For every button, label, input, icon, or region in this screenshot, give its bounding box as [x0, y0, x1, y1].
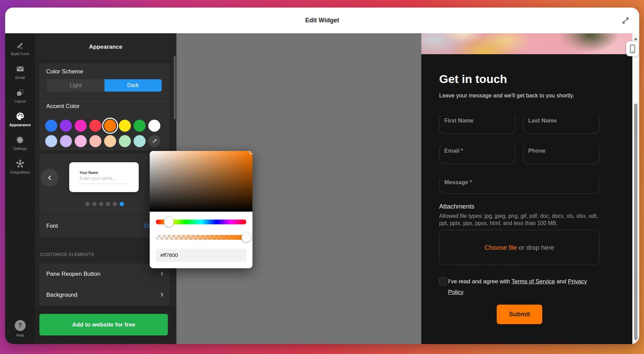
envelope-icon: [16, 64, 25, 73]
sidebar-item-label: Build Form: [11, 52, 29, 56]
file-dropzone[interactable]: Choose file or drop here: [439, 230, 599, 265]
customize-elements-section: Pane Reopen Button › Background ›: [39, 263, 170, 305]
panel-footer: Add to website for free: [35, 305, 176, 344]
field-label: Email *: [444, 148, 463, 154]
field-label: First Name: [444, 117, 473, 124]
chevron-right-icon: ›: [160, 294, 163, 296]
last-name-field[interactable]: Last Name: [523, 114, 599, 134]
background-row[interactable]: Background ›: [39, 284, 170, 305]
add-to-website-button[interactable]: Add to website for free: [39, 314, 168, 335]
sidebar-item-label: Integrations: [10, 170, 30, 174]
terms-of-service-link[interactable]: Terms of Service: [511, 278, 555, 285]
panel-title: Appearance: [35, 44, 176, 50]
hex-color-input[interactable]: [156, 249, 246, 262]
sidebar-item-label: Settings: [13, 146, 27, 151]
help-label: Help: [16, 333, 24, 337]
email-field[interactable]: Email *: [439, 144, 516, 164]
consent-checkbox[interactable]: [439, 278, 447, 285]
swatch-light-purple[interactable]: [60, 135, 72, 147]
sidebar-item-settings[interactable]: Settings: [5, 131, 35, 155]
swatch-red[interactable]: [89, 120, 101, 132]
header-flower-image: [421, 33, 632, 54]
swatch-orange-selected[interactable]: [104, 120, 116, 132]
mobile-preview-toggle[interactable]: [626, 41, 639, 56]
accent-swatch-row-2: [45, 135, 160, 147]
light-option[interactable]: Light: [47, 79, 104, 92]
preview-field-underline: [79, 184, 129, 184]
consent-text: I've read and agree with Terms of Servic…: [448, 276, 600, 297]
swatch-white[interactable]: [148, 120, 160, 132]
gear-icon: [16, 135, 25, 144]
dark-option[interactable]: Dark: [104, 79, 162, 92]
color-scheme-toggle: Light Dark: [47, 79, 162, 92]
submit-button[interactable]: Submit: [497, 305, 542, 324]
accent-swatch-row-1: [45, 120, 160, 132]
swatch-light-salmon[interactable]: [89, 135, 101, 147]
help-button[interactable]: ? Help: [5, 320, 35, 337]
row-label: Background: [46, 292, 77, 298]
panel-scrollbar-thumb[interactable]: [174, 56, 176, 119]
saturation-area[interactable]: [150, 151, 252, 212]
field-label: Last Name: [528, 117, 557, 124]
alpha-gradient: [156, 235, 246, 240]
smartphone-icon: [630, 45, 635, 53]
swatch-light-peach[interactable]: [104, 135, 116, 147]
pencil-icon: [16, 41, 25, 50]
eyedropper-button[interactable]: [148, 135, 160, 147]
modal-header: Edit Widget: [5, 8, 639, 33]
alpha-slider[interactable]: [156, 235, 246, 240]
layout-icon: [16, 88, 25, 97]
sidebar-item-layout[interactable]: Layout: [5, 84, 35, 107]
expand-icon[interactable]: [621, 16, 630, 25]
carousel-dot[interactable]: [106, 202, 110, 206]
sidebar-item-email[interactable]: Email: [5, 60, 35, 84]
question-icon: ?: [15, 320, 26, 331]
swatch-magenta[interactable]: [75, 120, 87, 132]
carousel-dot[interactable]: [92, 202, 97, 206]
carousel-dot-active[interactable]: [120, 202, 124, 206]
swatch-light-green[interactable]: [119, 135, 131, 147]
carousel-dot[interactable]: [85, 202, 90, 206]
swatch-green[interactable]: [134, 120, 146, 132]
choose-file-link[interactable]: Choose file: [484, 244, 517, 251]
scrollbar-thumb[interactable]: [634, 104, 637, 339]
swatch-light-teal[interactable]: [134, 135, 146, 147]
drop-here-label: or drop here: [519, 244, 554, 251]
widget-subtitle: Leave your message and we'll get back to…: [439, 92, 574, 99]
sidebar-item-appearance[interactable]: Appearance: [5, 107, 35, 131]
font-label: Font: [46, 223, 58, 229]
color-scheme-section: Color Scheme Light Dark Accent Color: [39, 63, 170, 150]
swatch-yellow[interactable]: [119, 120, 131, 132]
scroll-down-arrow[interactable]: [634, 338, 638, 341]
carousel-dot[interactable]: [99, 202, 103, 206]
hue-handle[interactable]: [164, 217, 174, 227]
phone-field[interactable]: Phone: [523, 144, 599, 164]
consent-row: I've read and agree with Terms of Servic…: [439, 276, 600, 297]
edit-widget-modal: Edit Widget Build Form Email Layout: [5, 8, 639, 344]
divider: [39, 98, 170, 99]
carousel-preview-card: Your Name Enter your name...: [69, 162, 139, 192]
field-label: Message *: [444, 179, 472, 186]
widget-preview: Get in touch Leave your message and we'l…: [421, 33, 632, 344]
swatch-purple[interactable]: [60, 120, 72, 132]
integrations-icon: [16, 159, 25, 168]
sidebar-item-build-form[interactable]: Build Form: [5, 33, 35, 60]
alpha-handle[interactable]: [242, 233, 251, 242]
swatch-light-blue[interactable]: [45, 135, 57, 147]
hue-slider[interactable]: [156, 220, 246, 224]
carousel-prev-button[interactable]: ‹: [41, 169, 59, 187]
message-field[interactable]: Message *: [439, 176, 599, 194]
first-name-field[interactable]: First Name: [439, 114, 516, 134]
swatch-blue[interactable]: [45, 120, 57, 132]
scroll-up-arrow[interactable]: [634, 37, 638, 40]
saturation-overlay: [150, 151, 252, 212]
customize-elements-heading: CUSTOMIZE ELEMENTS: [40, 252, 94, 257]
swatch-light-pink[interactable]: [75, 135, 87, 147]
row-label: Pane Reopen Button: [46, 271, 100, 278]
carousel-dot[interactable]: [113, 202, 117, 206]
chevron-left-icon: ‹: [48, 171, 51, 183]
attachments-hint: Allowed file types: jpg, jpeg, png, gif,…: [439, 212, 600, 227]
preview-field-label: Your Name: [79, 170, 98, 175]
sidebar-item-integrations[interactable]: Integrations: [5, 155, 35, 178]
preview-field-placeholder: Enter your name...: [79, 176, 116, 181]
